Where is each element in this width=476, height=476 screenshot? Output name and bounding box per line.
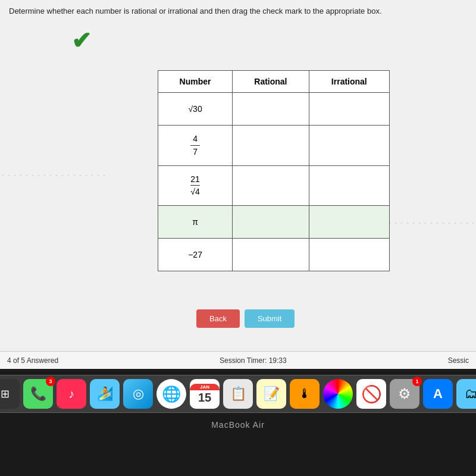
dock-icon-calendar[interactable]: JAN 15 <box>190 379 220 409</box>
phone-badge: 3 <box>46 377 55 386</box>
cell-neg27-rational[interactable] <box>233 239 309 271</box>
cell-neg27-irrational[interactable] <box>309 239 389 271</box>
session-label: Sessic <box>448 356 469 365</box>
dock-icon-appstore[interactable]: A <box>423 379 453 409</box>
cell-neg27[interactable]: −27 <box>158 239 233 271</box>
submit-button[interactable]: Submit <box>245 309 295 328</box>
cell-21-sqrt4-irrational[interactable] <box>309 165 389 206</box>
cell-4-7-irrational[interactable] <box>309 126 389 166</box>
dock-icon-finder[interactable]: 🗂 <box>456 379 476 409</box>
decorative-dots-left <box>0 173 107 181</box>
cell-sqrt30[interactable]: √30 <box>158 93 233 126</box>
cell-pi[interactable]: π <box>158 206 233 239</box>
dock-icon-settings[interactable]: ⚙ 1 <box>390 379 419 409</box>
instruction-text: Determine whether each number is rationa… <box>9 6 470 17</box>
dock-icon-phone[interactable]: 📞 3 <box>23 379 53 409</box>
rational-table: Number Rational Irrational √30 <box>158 70 390 271</box>
table-row: −27 <box>158 239 390 271</box>
dock-icon-launchpad[interactable]: ⊞ <box>0 379 20 409</box>
dock-icon-chrome[interactable]: 🌐 <box>156 379 186 409</box>
col-header-irrational: Irrational <box>309 71 389 93</box>
col-header-number: Number <box>158 71 233 93</box>
dock-icon-music[interactable]: ♪ <box>57 379 86 409</box>
cell-pi-irrational[interactable] <box>309 206 389 239</box>
checkmark-icon[interactable]: ✔ <box>71 27 92 54</box>
cell-21-sqrt4[interactable]: 21 √4 <box>158 165 233 206</box>
answered-count: 4 of 5 Answered <box>7 356 58 365</box>
table-row: 21 √4 <box>158 165 390 206</box>
status-bar: 4 of 5 Answered Session Timer: 19:33 Ses… <box>0 351 476 369</box>
table-row: √30 <box>158 93 390 126</box>
dock-icon-thermo[interactable]: 🌡 <box>290 379 320 409</box>
dock-icon-photos[interactable]: 🏄 <box>90 379 120 409</box>
macos-dock: ⊞ 📞 3 ♪ 🏄 ◎ 🌐 JAN 15 📋 📝 🌡 <box>0 375 476 413</box>
back-button[interactable]: Back <box>196 309 240 328</box>
table-row: π <box>158 206 390 239</box>
cell-pi-rational[interactable] <box>233 206 309 239</box>
cell-4-7-rational[interactable] <box>233 126 309 166</box>
cell-fraction-4-7[interactable]: 4 7 <box>158 126 233 166</box>
table-container: Number Rational Irrational √30 <box>158 70 390 271</box>
dock-icon-notes[interactable]: 📝 <box>256 379 286 409</box>
dock-icon-safari[interactable]: ◎ <box>123 379 153 409</box>
dock-area: ⊞ 📞 3 ♪ 🏄 ◎ 🌐 JAN 15 📋 📝 🌡 <box>0 369 476 476</box>
cell-sqrt30-rational[interactable] <box>233 93 309 126</box>
settings-badge: 1 <box>412 377 422 386</box>
button-area: Back Submit <box>196 309 295 328</box>
dock-icon-colorpicker[interactable] <box>323 379 353 409</box>
macbook-label: MacBook Air <box>211 420 265 430</box>
cell-21-sqrt4-rational[interactable] <box>233 165 309 206</box>
dock-icon-forbidden[interactable]: 🚫 <box>356 379 386 409</box>
col-header-rational: Rational <box>233 71 309 93</box>
table-row: 4 7 <box>158 126 390 166</box>
session-timer: Session Timer: 19:33 <box>220 356 287 365</box>
dock-icon-reminders[interactable]: 📋 <box>223 379 253 409</box>
cell-sqrt30-irrational[interactable] <box>309 93 389 126</box>
